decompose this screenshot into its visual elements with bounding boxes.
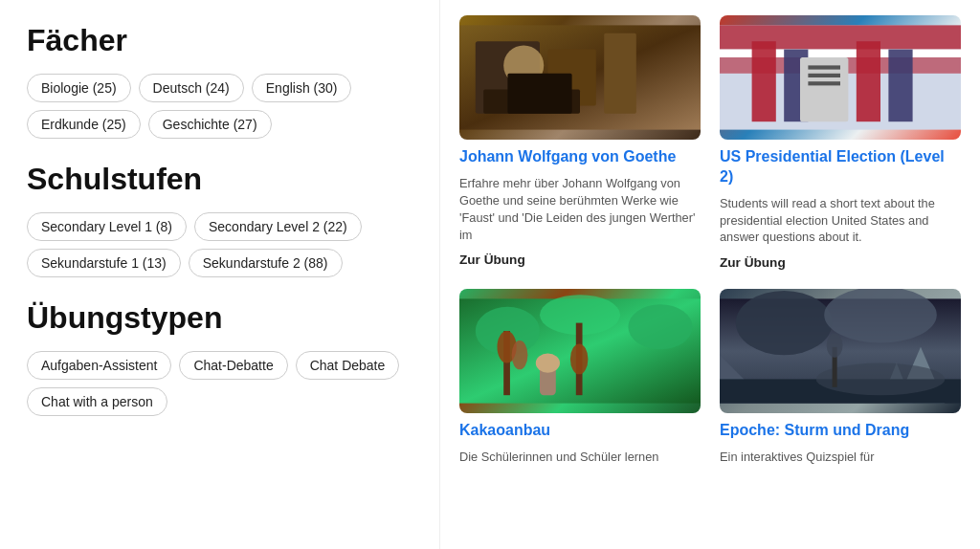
faecher-tag[interactable]: Geschichte (27) [148, 110, 272, 139]
uebungstypen-tags: Aufgaben-AssistentChat-DebatteChat Debat… [27, 351, 420, 416]
uebungstypen-tag[interactable]: Aufgaben-Assistent [27, 351, 171, 380]
card-title-kakao[interactable]: Kakaoanbau [459, 421, 701, 441]
schulstufen-tags: Secondary Level 1 (8)Secondary Level 2 (… [27, 212, 420, 277]
card-image-kakao [459, 289, 701, 413]
uebungstypen-tag[interactable]: Chat Debate [296, 351, 400, 380]
faecher-tag[interactable]: Deutsch (24) [139, 74, 244, 102]
svg-rect-14 [888, 50, 912, 122]
card-title-election[interactable]: US Presidential Election (Level 2) [720, 147, 961, 187]
card-image-goethe [459, 15, 701, 140]
uebungstypen-title: Übungstypen [27, 300, 420, 336]
card-image-election [720, 15, 961, 140]
uebungstypen-tag[interactable]: Chat with a person [27, 387, 167, 416]
card-desc-kakao: Die Schülerinnen und Schüler lernen [459, 449, 701, 466]
svg-point-29 [536, 354, 560, 373]
svg-rect-3 [604, 33, 636, 114]
faecher-tag[interactable]: English (30) [252, 74, 352, 102]
card-link-election[interactable]: Zur Übung [720, 255, 961, 270]
card-image-sturm [720, 289, 961, 413]
schulstufen-tag[interactable]: Sekundarstufe 2 (88) [189, 249, 343, 277]
svg-rect-17 [808, 74, 840, 77]
card-desc-election: Students will read a short text about th… [720, 195, 961, 247]
uebungstypen-tag[interactable]: Chat-Debatte [179, 351, 287, 380]
faecher-tags: Biologie (25)Deutsch (24)English (30)Erd… [27, 74, 420, 139]
card-desc-sturm: Ein interaktives Quizspiel für [720, 449, 961, 466]
schulstufen-tag[interactable]: Sekundarstufe 1 (13) [27, 249, 181, 277]
faecher-tag[interactable]: Erdkunde (25) [27, 110, 141, 139]
card-link-goethe[interactable]: Zur Übung [459, 253, 701, 267]
svg-rect-6 [507, 74, 571, 114]
svg-point-31 [736, 291, 833, 355]
card-title-sturm[interactable]: Epoche: Sturm und Drang [720, 421, 961, 441]
svg-rect-13 [857, 41, 880, 121]
svg-rect-16 [808, 65, 840, 69]
svg-point-39 [827, 334, 843, 358]
card-kakao: KakaoanbauDie Schülerinnen und Schüler l… [459, 289, 701, 466]
faecher-title: Fächer [27, 23, 420, 58]
card-desc-goethe: Erfahre mehr über Johann Wolfgang von Go… [459, 175, 701, 244]
content-grid: Johann Wolfgang von GoetheErfahre mehr ü… [440, 0, 980, 549]
schulstufen-tag[interactable]: Secondary Level 1 (8) [27, 212, 187, 241]
schulstufen-tag[interactable]: Secondary Level 2 (22) [194, 212, 362, 241]
svg-point-32 [824, 289, 937, 343]
svg-point-22 [628, 305, 692, 350]
svg-rect-18 [808, 81, 840, 85]
schulstufen-title: Schulstufen [27, 162, 420, 197]
card-sturm: Epoche: Sturm und DrangEin interaktives … [720, 289, 961, 466]
card-election: US Presidential Election (Level 2)Studen… [720, 15, 961, 270]
sidebar: Fächer Biologie (25)Deutsch (24)English … [0, 0, 440, 549]
svg-point-26 [512, 340, 528, 369]
faecher-tag[interactable]: Biologie (25) [27, 74, 131, 102]
card-title-goethe[interactable]: Johann Wolfgang von Goethe [459, 147, 701, 167]
card-goethe: Johann Wolfgang von GoetheErfahre mehr ü… [459, 15, 701, 270]
svg-point-27 [570, 344, 588, 375]
svg-rect-11 [752, 41, 776, 121]
